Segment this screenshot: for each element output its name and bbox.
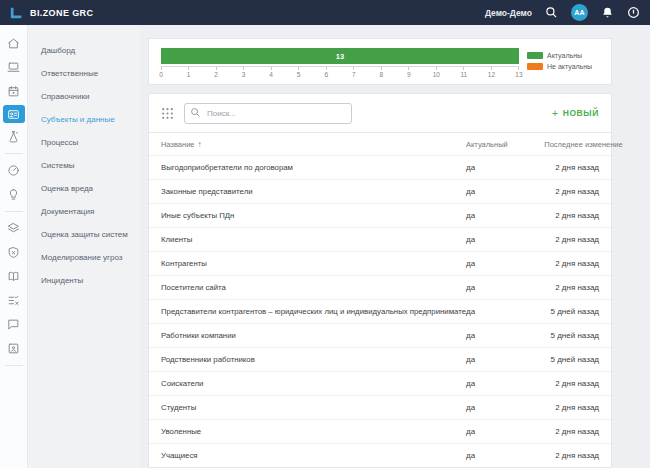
table-toolbar: + НОВЫЙ: [149, 94, 611, 133]
sidebar-item[interactable]: Субъекты и данные: [28, 108, 140, 131]
main-content: 13 012345678910111213 АктуальныНе актуал…: [140, 25, 650, 468]
sidebar-item[interactable]: Ответственные: [28, 62, 140, 85]
modified-value: 2 дня назад: [484, 163, 599, 172]
book-icon[interactable]: [3, 266, 25, 287]
subject-name: Законные представители: [161, 187, 466, 196]
legend-label: Актуальны: [547, 52, 582, 59]
plus-icon: +: [552, 108, 559, 119]
grid-view-icon[interactable]: [161, 107, 174, 120]
search-icon[interactable]: [545, 6, 558, 19]
subjects-chart-card: 13 012345678910111213 АктуальныНе актуал…: [148, 38, 612, 85]
home-icon[interactable]: [3, 33, 25, 54]
table-row[interactable]: Студенты да 2 дня назад: [149, 395, 611, 419]
subject-name: Иные субъекты ПДн: [161, 211, 466, 220]
modified-value: 2 дня назад: [484, 403, 599, 412]
current-user[interactable]: Демо-Демо: [485, 8, 532, 18]
sort-asc-icon: ↑: [198, 140, 202, 149]
table-row[interactable]: Посетители сайта да 2 дня назад: [149, 275, 611, 299]
legend-label: Не актуальны: [547, 63, 592, 70]
actual-value: да: [466, 163, 484, 172]
sidebar-item[interactable]: Моделирование угроз: [28, 246, 140, 269]
sidebar-item[interactable]: Инциденты: [28, 269, 140, 292]
id-card-icon[interactable]: [3, 105, 25, 123]
table-row[interactable]: Соискатели да 2 дня назад: [149, 371, 611, 395]
search-input[interactable]: [184, 103, 352, 124]
sidebar-item[interactable]: Оценка защиты систем: [28, 223, 140, 246]
subject-name: Студенты: [161, 403, 466, 412]
calendar-icon[interactable]: [3, 81, 25, 102]
table-header: Название↑ Актуальный Последнее изменение: [149, 133, 611, 155]
subject-name: Учащиеся: [161, 451, 466, 460]
sidebar-item[interactable]: Дашборд: [28, 39, 140, 62]
bar-track: 13: [161, 48, 519, 64]
column-header-actual[interactable]: Актуальный: [466, 140, 508, 149]
subject-name: Посетители сайта: [161, 283, 466, 292]
bulb-icon[interactable]: [3, 184, 25, 205]
sidebar-menu: ДашбордОтветственныеСправочникиСубъекты …: [28, 25, 140, 468]
modified-value: 5 дней назад: [484, 355, 599, 364]
sidebar-item[interactable]: Документация: [28, 200, 140, 223]
layers-icon[interactable]: [3, 218, 25, 239]
sidebar-item[interactable]: Справочники: [28, 85, 140, 108]
modified-value: 2 дня назад: [484, 379, 599, 388]
sidebar-item[interactable]: Оценка вреда: [28, 177, 140, 200]
subject-name: Выгодоприобретатели по договорам: [161, 163, 466, 172]
actual-value: да: [466, 451, 484, 460]
new-button[interactable]: + НОВЫЙ: [552, 108, 599, 119]
actual-value: да: [466, 379, 484, 388]
table-row[interactable]: Учащиеся да 2 дня назад: [149, 443, 611, 467]
column-header-modified[interactable]: Последнее изменение: [508, 140, 623, 149]
actual-value: да: [466, 259, 484, 268]
user-box-icon[interactable]: [3, 338, 25, 359]
subject-name: Контрагенты: [161, 259, 466, 268]
table-row[interactable]: Представители контрагентов – юридических…: [149, 299, 611, 323]
subjects-table-card: + НОВЫЙ Название↑ Актуальный Последнее и…: [148, 93, 612, 468]
modified-value: 2 дня назад: [484, 283, 599, 292]
x-axis: 012345678910111213: [161, 66, 519, 78]
table-row[interactable]: Законные представители да 2 дня назад: [149, 179, 611, 203]
rail-divider: [5, 365, 23, 366]
table-row[interactable]: Уволенные да 2 дня назад: [149, 419, 611, 443]
actual-value: да: [466, 355, 484, 364]
actual-value: да: [466, 187, 484, 196]
legend-swatch: [527, 52, 543, 59]
table-row[interactable]: Родственники работников да 5 дней назад: [149, 347, 611, 371]
sidebar-item[interactable]: Системы: [28, 154, 140, 177]
table-row[interactable]: Иные субъекты ПДн да 2 дня назад: [149, 203, 611, 227]
shield-icon[interactable]: [3, 242, 25, 263]
actual-value: да: [466, 211, 484, 220]
actual-value: да: [466, 283, 484, 292]
modified-value: 2 дня назад: [484, 235, 599, 244]
subject-name: Родственники работников: [161, 355, 466, 364]
chat-icon[interactable]: [3, 314, 25, 335]
flask-icon[interactable]: [3, 126, 25, 147]
bizone-logo-icon: [10, 6, 23, 19]
column-header-name[interactable]: Название↑: [161, 140, 466, 149]
actual-value: да: [466, 307, 484, 316]
table-row[interactable]: Работники компании да 5 дней назад: [149, 323, 611, 347]
legend-item[interactable]: Не актуальны: [527, 63, 599, 70]
table-row[interactable]: Выгодоприобретатели по договорам да 2 дн…: [149, 155, 611, 179]
laptop-icon[interactable]: [3, 57, 25, 78]
bar-value-label: 13: [161, 48, 519, 64]
table-row[interactable]: Клиенты да 2 дня назад: [149, 227, 611, 251]
chart-legend: АктуальныНе актуальны: [527, 48, 599, 80]
legend-item[interactable]: Актуальны: [527, 52, 599, 59]
modified-value: 2 дня назад: [484, 211, 599, 220]
subject-name: Уволенные: [161, 427, 466, 436]
table-row[interactable]: Контрагенты да 2 дня назад: [149, 251, 611, 275]
avatar[interactable]: AA: [571, 4, 588, 21]
subject-name: Соискатели: [161, 379, 466, 388]
checklist-icon[interactable]: [3, 290, 25, 311]
brand-logo[interactable]: BI.ZONE GRC: [10, 6, 93, 19]
actual-value: да: [466, 235, 484, 244]
subject-name: Клиенты: [161, 235, 466, 244]
modified-value: 5 дней назад: [484, 331, 599, 340]
sidebar-item[interactable]: Процессы: [28, 131, 140, 154]
gauge-icon[interactable]: [3, 160, 25, 181]
bar-chart: 13 012345678910111213: [161, 48, 519, 80]
power-icon[interactable]: [627, 6, 640, 19]
actual-value: да: [466, 427, 484, 436]
bell-icon[interactable]: [601, 6, 614, 19]
subject-name: Работники компании: [161, 331, 466, 340]
